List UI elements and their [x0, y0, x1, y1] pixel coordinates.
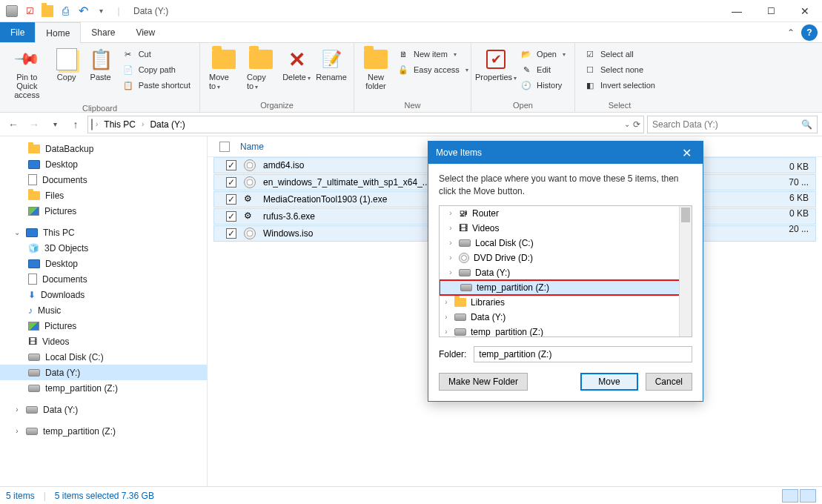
history-button[interactable]: 🕘History: [519, 79, 567, 92]
crumb-current[interactable]: Data (Y:): [147, 119, 188, 130]
delete-button[interactable]: ✕ Delete▾: [279, 46, 314, 83]
row-checkbox[interactable]: ✓: [226, 160, 236, 170]
navigation-pane: DataBackup Desktop Documents Files Pictu…: [0, 136, 208, 486]
select-none-button[interactable]: ☐Select none: [583, 63, 657, 76]
pin-quick-access-button[interactable]: 📌 Pin to Quick access: [4, 46, 50, 101]
chevron-down-icon[interactable]: ⌄: [13, 228, 21, 236]
path-icon: 📄: [122, 64, 134, 76]
nav-documents-2[interactable]: Documents: [0, 271, 207, 287]
copy-button[interactable]: Copy: [50, 46, 84, 83]
drive-icon: [6, 5, 18, 17]
nav-videos[interactable]: 🎞Videos: [0, 334, 207, 349]
nav-local-disk[interactable]: Local Disk (C:): [0, 349, 207, 365]
nav-databackup[interactable]: DataBackup: [0, 141, 207, 156]
breadcrumb-dropdown-icon[interactable]: ⌄: [624, 120, 630, 128]
close-button[interactable]: ✕: [788, 0, 822, 22]
tab-file[interactable]: File: [0, 22, 35, 42]
select-all-checkbox[interactable]: [219, 142, 230, 152]
dialog-close-button[interactable]: ✕: [677, 146, 695, 160]
tab-share[interactable]: Share: [81, 22, 125, 42]
easy-access-button[interactable]: 🔓Easy access▾: [396, 63, 470, 76]
tree-scrollbar[interactable]: [679, 206, 692, 336]
move-items-dialog: Move Items ✕ Select the place where you …: [428, 141, 703, 402]
nav-data-root[interactable]: ›Data (Y:): [0, 402, 207, 417]
back-button[interactable]: ←: [4, 116, 22, 133]
recent-locations-button[interactable]: ▾: [46, 116, 64, 133]
folder-tree[interactable]: ›🖳Router ›🎞Videos ›Local Disk (C:) ›DVD …: [439, 205, 692, 337]
row-checkbox[interactable]: ✓: [226, 228, 236, 239]
help-icon[interactable]: ?: [801, 24, 818, 41]
nav-temp-partition[interactable]: temp_partition (Z:): [0, 380, 207, 396]
select-all-button[interactable]: ☑Select all: [583, 47, 657, 61]
group-label-select: Select: [575, 101, 664, 112]
nav-desktop-2[interactable]: Desktop: [0, 256, 207, 271]
chevron-right-icon[interactable]: ›: [447, 224, 454, 232]
chevron-right-icon[interactable]: ›: [443, 298, 450, 306]
cut-button[interactable]: ✂Cut: [121, 47, 192, 61]
chevron-right-icon[interactable]: ›: [447, 268, 454, 276]
new-item-button[interactable]: 🗎New item▾: [396, 47, 470, 61]
cancel-button[interactable]: Cancel: [646, 373, 692, 391]
chevron-right-icon[interactable]: ›: [447, 239, 454, 247]
paste-button[interactable]: 📋 Paste: [84, 46, 118, 83]
crumb-this-pc[interactable]: This PC: [101, 119, 139, 130]
nav-pictures-2[interactable]: Pictures: [0, 318, 207, 334]
tree-selected-temp-partition[interactable]: temp_partition (Z:): [440, 280, 692, 295]
make-new-folder-button[interactable]: Make New Folder: [439, 373, 528, 391]
pin-icon: 📌: [10, 42, 44, 76]
move-to-button[interactable]: Move to▾: [205, 46, 242, 92]
collapse-ribbon-icon[interactable]: ⌃: [780, 22, 801, 42]
chevron-right-icon[interactable]: ›: [447, 209, 454, 217]
icons-view-button[interactable]: [800, 489, 816, 503]
maximize-button[interactable]: ☐: [754, 0, 788, 22]
nav-data[interactable]: Data (Y:): [0, 365, 207, 380]
nav-3d-objects[interactable]: 🧊3D Objects: [0, 240, 207, 256]
pictures-icon: [28, 322, 39, 331]
forward-button[interactable]: →: [25, 116, 43, 133]
qat-undo-icon[interactable]: ↶: [77, 5, 89, 17]
chevron-right-icon[interactable]: ›: [443, 313, 450, 321]
open-button[interactable]: 📂Open▾: [519, 47, 567, 61]
move-button[interactable]: Move: [580, 373, 637, 391]
details-view-button[interactable]: [782, 489, 798, 503]
row-checkbox[interactable]: ✓: [226, 177, 236, 188]
chevron-right-icon[interactable]: ›: [443, 328, 450, 336]
paste-shortcut-button[interactable]: 📋Paste shortcut: [121, 79, 192, 92]
rename-button[interactable]: 📝 Rename: [314, 46, 349, 83]
row-checkbox[interactable]: ✓: [226, 211, 236, 222]
qat-properties-icon[interactable]: ☑: [24, 5, 36, 17]
nav-files[interactable]: Files: [0, 188, 207, 203]
new-folder-button[interactable]: New folder: [359, 46, 393, 92]
chevron-right-icon[interactable]: ›: [447, 253, 454, 262]
exe-icon: ⚙: [244, 210, 256, 222]
copy-path-button[interactable]: 📄Copy path: [121, 63, 192, 76]
invert-icon: ◧: [584, 79, 596, 91]
qat-customize-icon[interactable]: ⎙: [59, 5, 71, 17]
column-name[interactable]: Name: [240, 142, 264, 152]
nav-this-pc[interactable]: ⌄This PC: [0, 225, 207, 240]
search-input[interactable]: Search Data (Y:) 🔍: [647, 116, 818, 133]
qat-newfolder-icon[interactable]: [42, 5, 53, 17]
nav-pictures[interactable]: Pictures: [0, 203, 207, 219]
tab-home[interactable]: Home: [35, 22, 81, 43]
tab-view[interactable]: View: [125, 22, 165, 42]
nav-music[interactable]: ♪Music: [0, 302, 207, 318]
status-bar: 5 items | 5 items selected 7.36 GB: [0, 486, 822, 504]
qat-dropdown-icon[interactable]: ▾: [95, 5, 107, 17]
breadcrumb[interactable]: › This PC › Data (Y:) ⌄ ⟳: [87, 116, 644, 133]
minimize-button[interactable]: —: [720, 0, 754, 22]
folder-input[interactable]: [474, 346, 692, 362]
up-button[interactable]: ↑: [67, 116, 84, 133]
copy-to-button[interactable]: Copy to▾: [242, 46, 279, 92]
invert-selection-button[interactable]: ◧Invert selection: [583, 79, 657, 92]
exe-icon: ⚙: [244, 193, 256, 205]
refresh-icon[interactable]: ⟳: [633, 119, 640, 130]
properties-button[interactable]: ✔ Properties▾: [476, 46, 516, 83]
nav-desktop[interactable]: Desktop: [0, 156, 207, 172]
nav-downloads[interactable]: ⬇Downloads: [0, 287, 207, 302]
dialog-titlebar[interactable]: Move Items ✕: [428, 142, 703, 164]
edit-button[interactable]: ✎Edit: [519, 63, 567, 76]
nav-temp-partition-root[interactable]: ›temp_partition (Z:): [0, 423, 207, 439]
nav-documents[interactable]: Documents: [0, 172, 207, 188]
row-checkbox[interactable]: ✓: [226, 194, 236, 205]
